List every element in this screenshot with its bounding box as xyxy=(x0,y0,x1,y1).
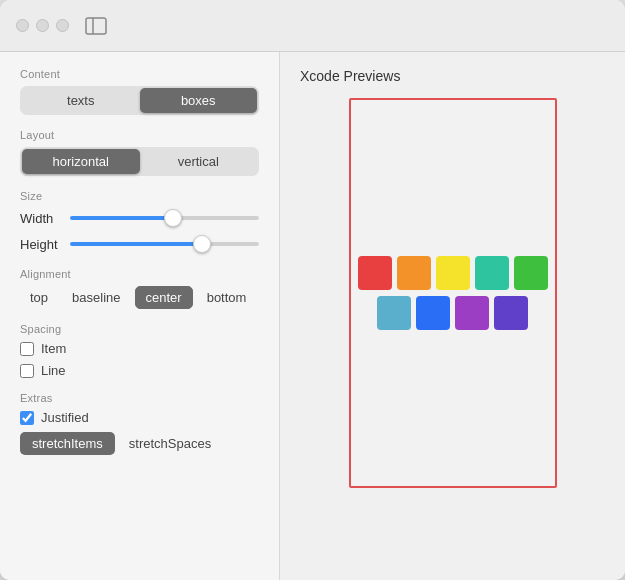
spacing-label: Spacing xyxy=(20,323,259,335)
size-label: Size xyxy=(20,190,259,202)
justified-checkbox[interactable] xyxy=(20,411,34,425)
width-slider[interactable] xyxy=(70,216,259,220)
item-checkbox[interactable] xyxy=(20,342,34,356)
maximize-button[interactable] xyxy=(56,19,69,32)
layout-button-group: horizontal vertical xyxy=(20,147,259,176)
item-checkbox-row: Item xyxy=(20,341,259,356)
preview-area: Xcode Previews xyxy=(280,52,625,580)
traffic-lights xyxy=(16,19,69,32)
titlebar xyxy=(0,0,625,52)
minimize-button[interactable] xyxy=(36,19,49,32)
item-checkbox-label: Item xyxy=(41,341,66,356)
boxes-row-1 xyxy=(377,296,528,330)
width-row: Width xyxy=(20,208,259,228)
height-label: Height xyxy=(20,237,70,252)
box-r0-c2 xyxy=(436,256,470,290)
justified-checkbox-row: Justified xyxy=(20,410,259,425)
width-label: Width xyxy=(20,211,70,226)
alignment-group: top baseline center bottom xyxy=(20,286,259,309)
svg-rect-0 xyxy=(86,18,106,34)
box-r0-c4 xyxy=(514,256,548,290)
content-label: Content xyxy=(20,68,259,80)
alignment-label: Alignment xyxy=(20,268,259,280)
sidebar-toggle-icon[interactable] xyxy=(85,17,107,35)
line-checkbox-label: Line xyxy=(41,363,66,378)
extras-label: Extras xyxy=(20,392,259,404)
line-checkbox-row: Line xyxy=(20,363,259,378)
align-center-button[interactable]: center xyxy=(135,286,193,309)
layout-label: Layout xyxy=(20,129,259,141)
layout-horizontal-button[interactable]: horizontal xyxy=(22,149,140,174)
window: Content texts boxes Layout horizontal ve… xyxy=(0,0,625,580)
content-button-group: texts boxes xyxy=(20,86,259,115)
main-content: Content texts boxes Layout horizontal ve… xyxy=(0,52,625,580)
box-r0-c3 xyxy=(475,256,509,290)
height-slider[interactable] xyxy=(70,242,259,246)
align-baseline-button[interactable]: baseline xyxy=(62,286,130,309)
box-r1-c2 xyxy=(455,296,489,330)
stretch-items-button[interactable]: stretchItems xyxy=(20,432,115,455)
align-bottom-button[interactable]: bottom xyxy=(197,286,257,309)
content-boxes-button[interactable]: boxes xyxy=(140,88,258,113)
boxes-row-0 xyxy=(358,256,548,290)
extras-buttons-group: stretchItems stretchSpaces xyxy=(20,432,259,455)
box-r1-c1 xyxy=(416,296,450,330)
align-top-button[interactable]: top xyxy=(20,286,58,309)
stretch-spaces-button[interactable]: stretchSpaces xyxy=(121,432,219,455)
width-slider-container xyxy=(70,208,259,228)
sidebar: Content texts boxes Layout horizontal ve… xyxy=(0,52,280,580)
height-row: Height xyxy=(20,234,259,254)
preview-frame xyxy=(349,98,557,488)
preview-title: Xcode Previews xyxy=(296,68,400,84)
justified-label: Justified xyxy=(41,410,89,425)
box-r0-c1 xyxy=(397,256,431,290)
content-texts-button[interactable]: texts xyxy=(22,88,140,113)
box-r1-c0 xyxy=(377,296,411,330)
layout-vertical-button[interactable]: vertical xyxy=(140,149,258,174)
height-slider-container xyxy=(70,234,259,254)
line-checkbox[interactable] xyxy=(20,364,34,378)
close-button[interactable] xyxy=(16,19,29,32)
box-r1-c3 xyxy=(494,296,528,330)
boxes-grid xyxy=(358,256,548,330)
box-r0-c0 xyxy=(358,256,392,290)
